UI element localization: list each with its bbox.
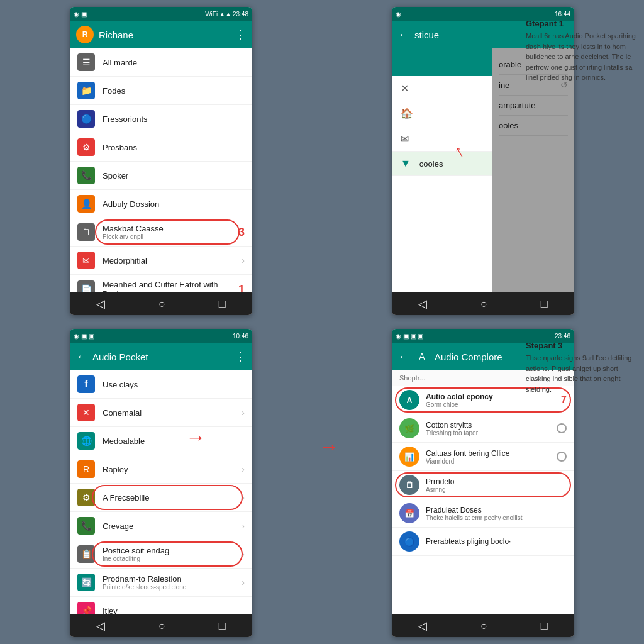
radio-cotton[interactable] xyxy=(557,423,567,433)
icon-spoker: 📞 xyxy=(77,167,95,184)
list-item-adbuly[interactable]: 👤 Adbuly Dossion xyxy=(70,190,252,218)
back-icon-3[interactable]: ← xyxy=(76,350,87,364)
radio-caltuas[interactable] xyxy=(557,452,567,462)
arrow-conemalal: › xyxy=(242,408,245,418)
arrow-postice: › xyxy=(242,549,245,559)
list-item-rapley[interactable]: R Rapley › xyxy=(70,455,252,484)
list-item-all-marde[interactable]: ☰ All marde xyxy=(70,48,252,77)
list-item-prodnam[interactable]: 🔄 Prodnam-to Ralestion Priinte o/ke sloo… xyxy=(70,569,252,597)
avatar-prerabt: 🔵 xyxy=(399,531,419,552)
arrow-medorphitial: › xyxy=(242,255,245,265)
status-bar-3: ◉ ▣ ▣ 10:46 xyxy=(70,329,252,343)
list-item-caltuas[interactable]: 📊 Caltuas font bering Cllice Vianrldord xyxy=(392,443,574,471)
icon-maskbat: 🗒 xyxy=(77,223,95,241)
icon-fressorionts: 🔵 xyxy=(77,110,95,128)
arrow-rapley: › xyxy=(242,464,245,474)
phone-3: ◉ ▣ ▣ 10:46 ← Audio Pocket ⋮ f Use clays… xyxy=(70,329,252,637)
list-item-postice[interactable]: 📋 Postice soit endag Ine odtadiitng › xyxy=(70,540,252,569)
list-item-use-clays[interactable]: f Use clays xyxy=(70,370,252,399)
icon-medoalable: 🌐 xyxy=(77,432,95,450)
list-item-medorphitial[interactable]: ✉ Medorphitial › xyxy=(70,247,252,275)
list-item-frecsebille[interactable]: ⚙ A Frecsebille › xyxy=(70,484,252,512)
quadrant-4: ◉ ▣ ▣ ▣ 23:46 ← A Audio Complore Shoptr.… xyxy=(322,322,644,644)
step-title-1: Gtepant 1 xyxy=(526,19,639,28)
drawer-header xyxy=(392,48,492,76)
signal-icon: ▲▲ xyxy=(219,11,231,18)
number-autio: 7 xyxy=(561,394,567,406)
home-nav-4[interactable]: ○ xyxy=(480,619,487,633)
step-title-3: Stepant 3 xyxy=(526,341,639,350)
list-item-cotton[interactable]: 🌿 Cotton stryitts Trleshing too taper xyxy=(392,414,574,443)
list-item-itley[interactable]: 📌 Itley xyxy=(70,597,252,614)
icon-frecsebille: ⚙ xyxy=(77,489,95,506)
mail-icon-2: ✉ xyxy=(401,133,409,145)
drawer-2: ✕ 🏠 ✉ ▼ cooles xyxy=(392,48,492,292)
list-item-conemalal[interactable]: ✕ Conemalal › xyxy=(70,399,252,427)
status-bar-1: ◉ ▣ WiFi ▲▲ 23:48 xyxy=(70,7,252,21)
back-icon-4[interactable]: ← xyxy=(398,350,409,364)
status-left-2: ◉ xyxy=(396,11,401,18)
main-content-2: orable ine ↺ ampartute ooles ✕ 🏠 xyxy=(392,48,574,292)
recents-nav-4[interactable]: □ xyxy=(541,619,548,633)
list-item-fressorionts[interactable]: 🔵 Fressorionts xyxy=(70,105,252,133)
text-all-marde: All marde xyxy=(103,58,245,67)
icon-adbuly: 👤 xyxy=(77,195,95,213)
home-nav-3[interactable]: ○ xyxy=(158,619,165,633)
filter-icon-2: ▼ xyxy=(401,158,411,169)
recents-nav-2[interactable]: □ xyxy=(541,297,548,311)
recents-nav-3[interactable]: □ xyxy=(219,619,226,633)
back-icon-1[interactable]: ◁ xyxy=(96,297,105,311)
more-icon-1[interactable]: ⋮ xyxy=(235,28,246,42)
back-nav-3[interactable]: ◁ xyxy=(96,619,105,633)
drawer-item-close[interactable]: ✕ xyxy=(392,76,492,101)
avatar-prrndelo: 🗒 xyxy=(399,475,419,495)
list-item-meanhed[interactable]: 📄 Meanhed and Cutter Eatrot with Backs 1 xyxy=(70,275,252,292)
recents-icon-1[interactable]: □ xyxy=(219,297,226,311)
time-4: 23:46 xyxy=(555,333,570,340)
app-title-1: Richane xyxy=(99,30,230,40)
list-item-maskbat[interactable]: 🗒 Maskbat Caasse Plock arv dnpll 3 xyxy=(70,218,252,247)
nav-bar-1: ◁ ○ □ xyxy=(70,292,252,315)
quadrant-2: ◉ 16:44 ← sticue orable ine ↺ ampartute … xyxy=(322,0,644,322)
nav-bar-2: ◁ ○ □ xyxy=(392,292,574,315)
arrow-crevage: › xyxy=(242,521,245,531)
list-item-crevage[interactable]: 📞 Crevage › xyxy=(70,512,252,540)
step-panel-3: Stepant 3 Thse nparle signs 9arl l'ee de… xyxy=(526,341,639,394)
app-bar-3: ← Audio Pocket ⋮ xyxy=(70,343,252,370)
drawer-item-filter[interactable]: ▼ cooles xyxy=(392,152,492,176)
time-1: 23:48 xyxy=(233,11,248,18)
step-body-3: Thse nparle signs 9arl l'ee detliling ac… xyxy=(526,353,639,394)
avatar-autio: A xyxy=(399,390,419,410)
icon-use-clays: f xyxy=(77,375,95,393)
list-3: f Use clays ✕ Conemalal › 🌐 Medoalable xyxy=(70,370,252,614)
list-item-prosbans[interactable]: ⚙ Prosbans xyxy=(70,133,252,162)
list-item-spoker[interactable]: 📞 Spoker xyxy=(70,162,252,190)
back-nav-4[interactable]: ◁ xyxy=(418,619,427,633)
back-nav-2[interactable]: ◁ xyxy=(418,297,427,311)
home-icon-1[interactable]: ○ xyxy=(158,297,165,311)
icon-itley: 📌 xyxy=(77,602,95,614)
more-icon-3[interactable]: ⋮ xyxy=(235,350,246,364)
back-icon-2[interactable]: ← xyxy=(398,28,409,42)
quadrant-1: ◉ ▣ WiFi ▲▲ 23:48 R Richane ⋮ ☰ All mard… xyxy=(0,0,322,322)
list-item-fodes[interactable]: 📁 Fodes xyxy=(70,77,252,105)
avatar-1: R xyxy=(76,26,94,43)
list-1: ☰ All marde 📁 Fodes 🔵 Fressorionts xyxy=(70,48,252,292)
icon-rapley: R xyxy=(77,460,95,478)
icon-prosbans: ⚙ xyxy=(77,138,95,156)
avatar-cotton: 🌿 xyxy=(399,418,419,438)
list-item-prrndelo[interactable]: 🗒 Prrndelo Asrnng xyxy=(392,471,574,499)
nav-bar-3: ◁ ○ □ xyxy=(70,614,252,637)
quadrant-3: ◉ ▣ ▣ 10:46 ← Audio Pocket ⋮ f Use clays… xyxy=(0,322,322,644)
close-icon-2: ✕ xyxy=(401,82,409,94)
number-maskbat: 3 xyxy=(238,226,245,239)
list-item-medoalable[interactable]: 🌐 Medoalable xyxy=(70,427,252,455)
arrow-prodnam: › xyxy=(242,577,245,587)
home-nav-2[interactable]: ○ xyxy=(480,297,487,311)
list-item-prerabt[interactable]: 🔵 Prerabteats pliging boclo· xyxy=(392,528,574,556)
list-item-praduleat[interactable]: 📅 Praduleat Doses Thoke halells at emr p… xyxy=(392,499,574,528)
drawer-item-home[interactable]: 🏠 xyxy=(392,101,492,126)
red-arrow-4: → xyxy=(319,435,339,458)
status-left-4: ◉ ▣ ▣ ▣ xyxy=(396,333,423,340)
drawer-item-mail[interactable]: ✉ xyxy=(392,126,492,152)
